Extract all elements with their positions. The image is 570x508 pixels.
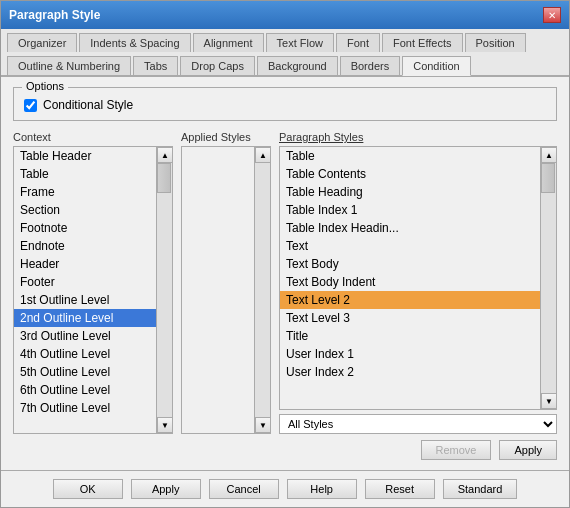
apply-button[interactable]: Apply <box>499 440 557 460</box>
all-styles-select[interactable]: All Styles <box>279 414 557 434</box>
scroll-track[interactable] <box>157 163 172 417</box>
tab-organizer[interactable]: Organizer <box>7 33 77 52</box>
list-item[interactable]: Endnote <box>14 237 156 255</box>
list-item[interactable]: 3rd Outline Level <box>14 327 156 345</box>
tab-position[interactable]: Position <box>465 33 526 52</box>
standard-button[interactable]: Standard <box>443 479 518 499</box>
tab-alignment[interactable]: Alignment <box>193 33 264 52</box>
conditional-style-label[interactable]: Conditional Style <box>43 98 133 112</box>
applied-styles-listbox-container: ▲ ▼ <box>181 146 271 434</box>
list-item[interactable]: Table Contents <box>280 165 540 183</box>
paragraph-styles-label: Paragraph Styles <box>279 131 557 143</box>
tab-font[interactable]: Font <box>336 33 380 52</box>
tabs-row-1: Organizer Indents & Spacing Alignment Te… <box>1 29 569 53</box>
paragraph-styles-listbox[interactable]: Table Table Contents Table Heading Table… <box>280 147 540 409</box>
scroll-thumb[interactable] <box>157 163 171 193</box>
applied-styles-column: Applied Styles ▲ ▼ <box>181 131 271 434</box>
list-item[interactable]: Table Index 1 <box>280 201 540 219</box>
scroll-down-button[interactable]: ▼ <box>157 417 173 433</box>
paragraph-styles-column: Paragraph Styles Table Table Contents Ta… <box>279 131 557 434</box>
ok-button[interactable]: OK <box>53 479 123 499</box>
tab-indents-spacing[interactable]: Indents & Spacing <box>79 33 190 52</box>
list-item[interactable]: Table Index Headin... <box>280 219 540 237</box>
tab-background[interactable]: Background <box>257 56 338 75</box>
paragraph-styles-listbox-container: Table Table Contents Table Heading Table… <box>279 146 557 410</box>
footer-apply-button[interactable]: Apply <box>131 479 201 499</box>
list-item[interactable]: 7th Outline Level <box>14 399 156 417</box>
paragraph-style-dialog: Paragraph Style ✕ Organizer Indents & Sp… <box>0 0 570 508</box>
list-item[interactable]: Footer <box>14 273 156 291</box>
list-item[interactable]: Title <box>280 327 540 345</box>
context-scrollbar[interactable]: ▲ ▼ <box>156 147 172 433</box>
title-bar: Paragraph Style ✕ <box>1 1 569 29</box>
para-scroll-thumb[interactable] <box>541 163 555 193</box>
help-button[interactable]: Help <box>287 479 357 499</box>
context-column: Context Table Header Table Frame Section… <box>13 131 173 434</box>
options-group: Options Conditional Style <box>13 87 557 121</box>
list-item[interactable]: Frame <box>14 183 156 201</box>
conditional-style-row: Conditional Style <box>24 98 546 112</box>
list-item[interactable]: Text Body Indent <box>280 273 540 291</box>
list-item[interactable]: User Index 2 <box>280 363 540 381</box>
list-item[interactable]: Table <box>14 165 156 183</box>
context-listbox[interactable]: Table Header Table Frame Section Footnot… <box>14 147 156 433</box>
applied-styles-listbox[interactable] <box>182 147 254 433</box>
para-scroll-track[interactable] <box>541 163 556 393</box>
list-item[interactable]: Footnote <box>14 219 156 237</box>
list-item-selected[interactable]: 2nd Outline Level <box>14 309 156 327</box>
tabs-row-2: Outline & Numbering Tabs Drop Caps Backg… <box>1 52 569 77</box>
context-label: Context <box>13 131 173 143</box>
options-group-label: Options <box>22 80 68 92</box>
list-item[interactable]: User Index 1 <box>280 345 540 363</box>
content-area: Options Conditional Style Context Table … <box>1 77 569 470</box>
list-item[interactable]: Section <box>14 201 156 219</box>
list-item[interactable]: 4th Outline Level <box>14 345 156 363</box>
list-item[interactable]: 6th Outline Level <box>14 381 156 399</box>
list-item[interactable]: Table Header <box>14 147 156 165</box>
list-item[interactable]: Table Heading <box>280 183 540 201</box>
applied-scrollbar[interactable]: ▲ ▼ <box>254 147 270 433</box>
applied-scroll-track[interactable] <box>255 163 270 417</box>
remove-button[interactable]: Remove <box>421 440 492 460</box>
context-listbox-container: Table Header Table Frame Section Footnot… <box>13 146 173 434</box>
tab-text-flow[interactable]: Text Flow <box>266 33 334 52</box>
remove-apply-row: Remove Apply <box>13 440 557 460</box>
all-styles-dropdown-row: All Styles <box>279 414 557 434</box>
window-title: Paragraph Style <box>9 8 100 22</box>
cancel-button[interactable]: Cancel <box>209 479 279 499</box>
list-item-selected[interactable]: Text Level 2 <box>280 291 540 309</box>
three-columns-area: Context Table Header Table Frame Section… <box>13 131 557 434</box>
para-scroll-down[interactable]: ▼ <box>541 393 557 409</box>
tab-borders[interactable]: Borders <box>340 56 401 75</box>
list-item[interactable]: Table <box>280 147 540 165</box>
list-item[interactable]: Text Level 3 <box>280 309 540 327</box>
scroll-up-button[interactable]: ▲ <box>157 147 173 163</box>
list-item[interactable]: Text <box>280 237 540 255</box>
close-button[interactable]: ✕ <box>543 7 561 23</box>
applied-styles-label: Applied Styles <box>181 131 271 143</box>
list-item[interactable]: Header <box>14 255 156 273</box>
list-item[interactable]: 1st Outline Level <box>14 291 156 309</box>
tab-tabs[interactable]: Tabs <box>133 56 178 75</box>
list-item[interactable]: 5th Outline Level <box>14 363 156 381</box>
conditional-style-checkbox[interactable] <box>24 99 37 112</box>
tab-condition[interactable]: Condition <box>402 56 470 76</box>
title-controls: ✕ <box>543 7 561 23</box>
footer: OK Apply Cancel Help Reset Standard <box>1 470 569 507</box>
tab-drop-caps[interactable]: Drop Caps <box>180 56 255 75</box>
para-scroll-up[interactable]: ▲ <box>541 147 557 163</box>
applied-scroll-up[interactable]: ▲ <box>255 147 271 163</box>
tab-outline-numbering[interactable]: Outline & Numbering <box>7 56 131 75</box>
para-scrollbar[interactable]: ▲ ▼ <box>540 147 556 409</box>
applied-scroll-down[interactable]: ▼ <box>255 417 271 433</box>
list-item[interactable]: Text Body <box>280 255 540 273</box>
tab-font-effects[interactable]: Font Effects <box>382 33 463 52</box>
reset-button[interactable]: Reset <box>365 479 435 499</box>
